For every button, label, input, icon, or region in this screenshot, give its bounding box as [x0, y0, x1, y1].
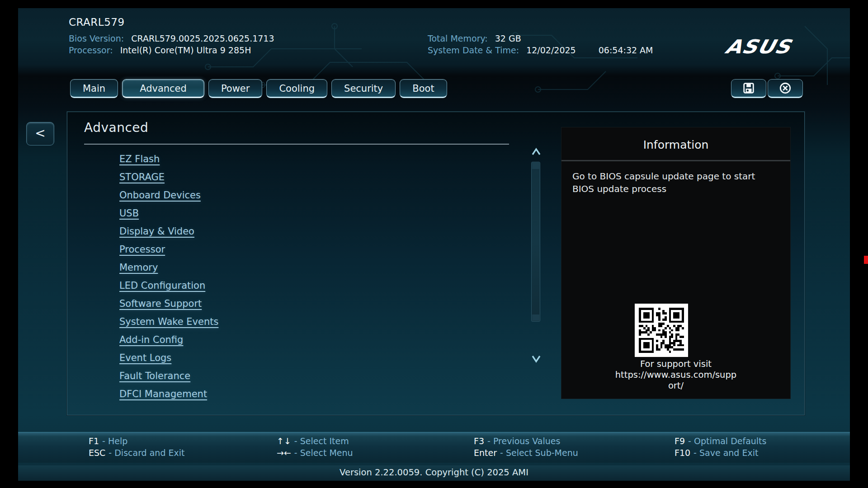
bios-frame: CRARL579 Bios Version: CRARL579.0025.202…	[18, 8, 850, 481]
menu-item-onboard-devices[interactable]: Onboard Devices	[119, 190, 508, 208]
menu-item-ez-flash[interactable]: EZ Flash	[119, 154, 508, 172]
hotkey-col-3: F3- Previous Values Enter- Select Sub-Me…	[474, 436, 578, 460]
bios-version-label: Bios Version:	[69, 33, 124, 43]
support-line-3: ort/	[561, 380, 790, 391]
save-button[interactable]	[731, 79, 766, 98]
total-memory-label: Total Memory:	[428, 33, 488, 43]
exit-button[interactable]	[768, 79, 803, 98]
tab-security[interactable]: Security	[331, 79, 396, 98]
total-memory-row: Total Memory: 32 GB	[428, 33, 521, 43]
menu-scrollbar	[529, 146, 543, 368]
information-panel: Information Go to BIOS capsule update pa…	[561, 127, 791, 399]
information-body: Go to BIOS capsule update page to start …	[572, 170, 779, 195]
datetime-label: System Date & Time:	[428, 45, 519, 55]
menu-item-storage[interactable]: STORAGE	[119, 172, 508, 190]
support-line-2: https://www.asus.com/supp	[561, 370, 790, 380]
scroll-up-icon[interactable]	[531, 146, 542, 157]
menu-item-usb[interactable]: USB	[119, 208, 508, 226]
information-divider	[561, 160, 790, 161]
back-button[interactable]: <	[26, 122, 54, 145]
menu-item-dfci-management[interactable]: DFCI Management	[119, 389, 508, 401]
tab-main[interactable]: Main	[70, 79, 118, 98]
screen-artifact-red	[864, 256, 868, 264]
hotkey-f1: F1- Help	[89, 436, 184, 448]
menu-item-fault-tolerance[interactable]: Fault Tolerance	[119, 371, 508, 389]
thumb-cap-top	[532, 163, 539, 169]
menu-item-memory[interactable]: Memory	[119, 262, 508, 280]
advanced-menu-list: EZ Flash STORAGE Onboard Devices USB Dis…	[119, 154, 508, 401]
processor-value: Intel(R) Core(TM) Ultra 9 285H	[120, 45, 251, 55]
hotkey-f10: F10- Save and Exit	[675, 448, 766, 460]
hotkey-f3: F3- Previous Values	[474, 436, 578, 448]
processor-row: Processor: Intel(R) Core(TM) Ultra 9 285…	[69, 45, 251, 55]
version-bar: Version 2.22.0059. Copyright (C) 2025 AM…	[18, 465, 850, 481]
tab-boot[interactable]: Boot	[400, 79, 447, 98]
menu-item-add-in-config[interactable]: Add-in Config	[119, 334, 508, 352]
page-title: Advanced	[84, 120, 148, 135]
hotkey-arrows-leftright: →←- Select Menu	[277, 448, 353, 460]
processor-label: Processor:	[69, 45, 113, 55]
hotkey-enter: Enter- Select Sub-Menu	[474, 448, 578, 460]
qr-code	[635, 304, 688, 357]
hotkey-arrows-updown: ↑↓- Select Item	[277, 436, 353, 448]
menu-item-display-video[interactable]: Display & Video	[119, 226, 508, 244]
circle-x-icon	[779, 82, 792, 94]
hotkey-col-4: F9- Optimal Defaults F10- Save and Exit	[675, 436, 766, 460]
hotkey-bar: F1- Help ESC- Discard and Exit ↑↓- Selec…	[18, 432, 850, 463]
advanced-panel: Advanced EZ Flash STORAGE Onboard Device…	[67, 112, 805, 415]
support-line-1: For support visit	[561, 359, 790, 370]
hotkey-f9: F9- Optimal Defaults	[675, 436, 766, 448]
hotkey-esc: ESC- Discard and Exit	[89, 448, 184, 460]
scroll-down-icon[interactable]	[531, 353, 542, 364]
scrollbar-thumb[interactable]	[531, 162, 540, 322]
tab-power[interactable]: Power	[208, 79, 263, 98]
menu-item-led-configuration[interactable]: LED Configuration	[119, 280, 508, 298]
support-text: For support visit https://www.asus.com/s…	[561, 359, 790, 391]
menu-item-system-wake-events[interactable]: System Wake Events	[119, 316, 508, 334]
circuit-pattern	[18, 8, 850, 117]
floppy-disk-icon	[743, 82, 755, 94]
model-name: CRARL579	[69, 16, 125, 28]
bios-screen: CRARL579 Bios Version: CRARL579.0025.202…	[0, 0, 868, 488]
total-memory-value: 32 GB	[495, 33, 521, 43]
tab-cooling[interactable]: Cooling	[266, 79, 327, 98]
version-text: Version 2.22.0059. Copyright (C) 2025 AM…	[340, 467, 528, 478]
information-title: Information	[561, 138, 790, 151]
hotkey-col-2: ↑↓- Select Item →←- Select Menu	[277, 436, 353, 460]
tab-advanced[interactable]: Advanced	[122, 79, 204, 98]
menu-item-software-support[interactable]: Software Support	[119, 298, 508, 316]
menu-item-processor[interactable]: Processor	[119, 244, 508, 262]
bios-version-row: Bios Version: CRARL579.0025.2025.0625.17…	[69, 33, 274, 43]
window-buttons	[731, 79, 803, 98]
asus-logo: ASUS	[723, 35, 814, 56]
system-time[interactable]: 06:54:32 AM	[599, 45, 653, 55]
system-date[interactable]: 12/02/2025	[526, 45, 576, 55]
title-divider	[84, 144, 509, 145]
hotkey-col-1: F1- Help ESC- Discard and Exit	[89, 436, 184, 460]
thumb-cap-bottom	[532, 314, 539, 321]
menu-tab-bar: Main Advanced Power Cooling Security Boo…	[70, 79, 447, 98]
bios-version-value: CRARL579.0025.2025.0625.1713	[131, 33, 274, 43]
menu-item-event-logs[interactable]: Event Logs	[119, 352, 508, 371]
datetime-row: System Date & Time: 12/02/2025 06:54:32 …	[428, 45, 653, 55]
